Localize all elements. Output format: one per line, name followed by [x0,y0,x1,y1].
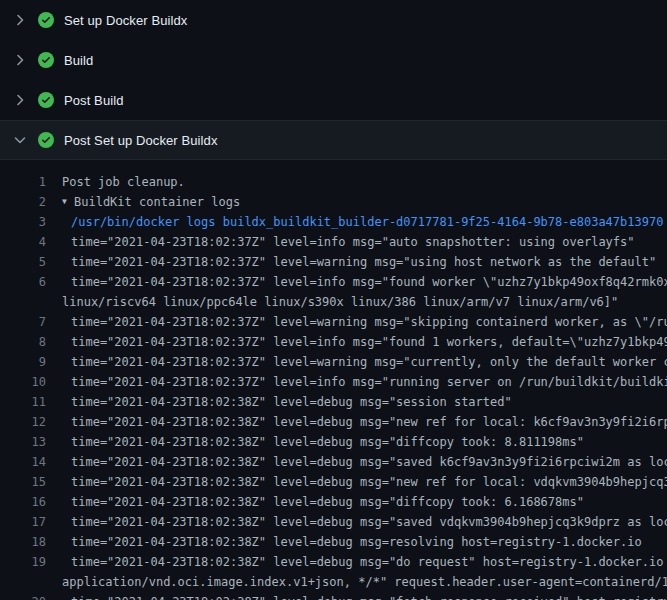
log-line: 17 time="2021-04-23T18:02:38Z" level=deb… [0,512,667,532]
log-text: time="2021-04-23T18:02:38Z" level=debug … [62,552,667,572]
line-number-empty [0,292,46,312]
log-text: Post job cleanup. [62,172,185,192]
line-number[interactable]: 14 [0,452,46,472]
step-row[interactable]: Build [0,40,667,80]
log-text: time="2021-04-23T18:02:38Z" level=debug … [62,592,667,600]
line-number[interactable]: 19 [0,552,46,572]
step-title: Post Build [64,93,124,108]
log-text: linux/riscv64 linux/ppc64le linux/s390x … [62,292,618,312]
log-text: time="2021-04-23T18:02:37Z" level=warnin… [62,312,667,332]
log-line: 14 time="2021-04-23T18:02:38Z" level=deb… [0,452,667,472]
log-line: 18 time="2021-04-23T18:02:38Z" level=deb… [0,532,667,552]
line-number[interactable]: 7 [0,312,46,332]
log-line: 12 time="2021-04-23T18:02:38Z" level=deb… [0,412,667,432]
line-number[interactable]: 17 [0,512,46,532]
line-number[interactable]: 10 [0,372,46,392]
log-text: time="2021-04-23T18:02:38Z" level=debug … [62,412,667,432]
log-line: 2 ▼ BuildKit container logs [0,192,667,212]
log-text: time="2021-04-23T18:02:38Z" level=debug … [62,452,667,472]
line-number[interactable]: 12 [0,412,46,432]
step-row[interactable]: Set up Docker Buildx [0,0,667,40]
log-text: time="2021-04-23T18:02:38Z" level=debug … [62,512,667,532]
log-text: time="2021-04-23T18:02:37Z" level=info m… [62,232,635,252]
step-row[interactable]: Post Set up Docker Buildx [0,120,667,160]
log-text: time="2021-04-23T18:02:38Z" level=debug … [62,492,584,512]
line-number[interactable]: 16 [0,492,46,512]
log-line: 1 Post job cleanup. [0,172,667,192]
log-line: 8 time="2021-04-23T18:02:37Z" level=info… [0,332,667,352]
success-check-icon [38,12,54,28]
log-line: 6 time="2021-04-23T18:02:37Z" level=info… [0,272,667,292]
log-line: 13 time="2021-04-23T18:02:38Z" level=deb… [0,432,667,452]
log-text: time="2021-04-23T18:02:37Z" level=info m… [62,272,667,292]
log-line: 19 time="2021-04-23T18:02:38Z" level=deb… [0,552,667,572]
log-line: 9 time="2021-04-23T18:02:37Z" level=warn… [0,352,667,372]
line-number[interactable]: 15 [0,472,46,492]
step-row[interactable]: Post Build [0,80,667,120]
log-text: time="2021-04-23T18:02:37Z" level=info m… [62,332,667,352]
log-line-continuation: linux/riscv64 linux/ppc64le linux/s390x … [0,292,667,312]
line-number[interactable]: 2 [0,192,46,212]
line-number[interactable]: 8 [0,332,46,352]
line-number[interactable]: 13 [0,432,46,452]
chevron-right-icon [12,52,28,68]
log-text: /usr/bin/docker logs buildx_buildkit_bui… [62,212,663,232]
line-number[interactable]: 18 [0,532,46,552]
log-line: 5 time="2021-04-23T18:02:37Z" level=warn… [0,252,667,272]
log-line-continuation: application/vnd.oci.image.index.v1+json,… [0,572,667,592]
log-line: 4 time="2021-04-23T18:02:37Z" level=info… [0,232,667,252]
log-text: time="2021-04-23T18:02:37Z" level=warnin… [62,252,656,272]
line-number[interactable]: 3 [0,212,46,232]
chevron-right-icon [12,12,28,28]
chevron-right-icon [12,92,28,108]
line-number[interactable]: 11 [0,392,46,412]
log-text: application/vnd.oci.image.index.v1+json,… [62,572,667,592]
log-text: time="2021-04-23T18:02:38Z" level=debug … [62,532,642,552]
log-line: 3 /usr/bin/docker logs buildx_buildkit_b… [0,212,667,232]
line-number[interactable]: 9 [0,352,46,372]
log-line: 7 time="2021-04-23T18:02:37Z" level=warn… [0,312,667,332]
chevron-down-icon [12,132,28,148]
log-line: 15 time="2021-04-23T18:02:38Z" level=deb… [0,472,667,492]
log-text: time="2021-04-23T18:02:38Z" level=debug … [62,472,667,492]
line-number[interactable]: 1 [0,172,46,192]
step-title: Set up Docker Buildx [64,13,187,28]
log-text[interactable]: BuildKit container logs [74,192,240,212]
success-check-icon [38,92,54,108]
log-line: 10 time="2021-04-23T18:02:37Z" level=inf… [0,372,667,392]
line-number[interactable]: 4 [0,232,46,252]
log-line: 20 time="2021-04-23T18:02:38Z" level=deb… [0,592,667,600]
success-check-icon [38,132,54,148]
log-scroll-area[interactable]: 1 Post job cleanup. 2 ▼ BuildKit contain… [0,160,667,600]
line-number-empty [0,572,46,592]
log-line: 16 time="2021-04-23T18:02:38Z" level=deb… [0,492,667,512]
group-toggle-icon[interactable]: ▼ [62,192,74,212]
line-number[interactable]: 20 [0,592,46,600]
step-title: Build [64,53,93,68]
step-title: Post Set up Docker Buildx [64,133,218,148]
log-text: time="2021-04-23T18:02:37Z" level=warnin… [62,352,667,372]
log-text: time="2021-04-23T18:02:37Z" level=info m… [62,372,667,392]
steps-list: Set up Docker Buildx Build Post Build [0,0,667,160]
line-number[interactable]: 6 [0,272,46,292]
log-text: time="2021-04-23T18:02:38Z" level=debug … [62,392,512,412]
success-check-icon [38,52,54,68]
log-line: 11 time="2021-04-23T18:02:38Z" level=deb… [0,392,667,412]
log-text: time="2021-04-23T18:02:38Z" level=debug … [62,432,584,452]
workflow-log-viewer: Set up Docker Buildx Build Post Build [0,0,667,600]
line-number[interactable]: 5 [0,252,46,272]
